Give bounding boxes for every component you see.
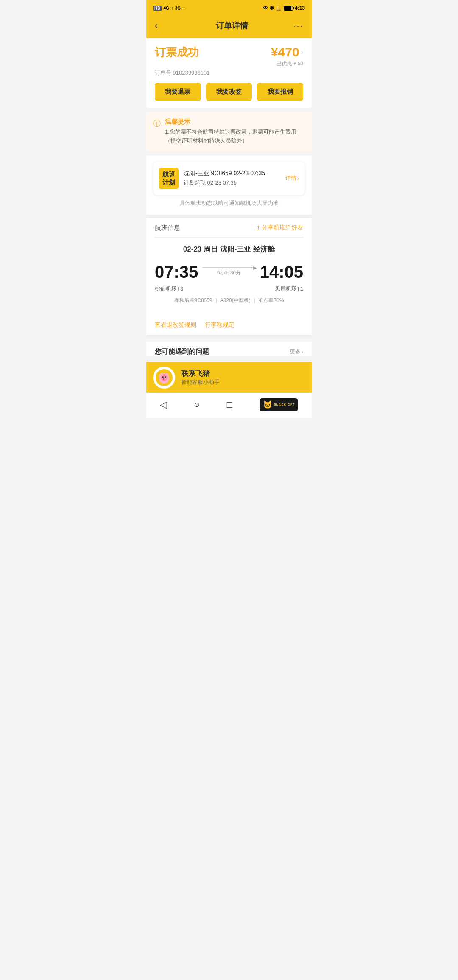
back-button[interactable]: ‹ xyxy=(155,20,170,31)
nav-recent-button[interactable]: □ xyxy=(227,399,232,410)
svg-point-8 xyxy=(163,378,164,379)
status-right: 👁 ✱ 🔔 4:13 xyxy=(263,5,305,11)
contact-subtitle: 智能客服小助手 xyxy=(181,378,305,386)
order-success-card: 订票成功 ¥470 › 已优惠 ¥ 50 订单号 910233936101 我要… xyxy=(146,38,312,108)
more-button[interactable]: ··· xyxy=(293,21,303,31)
duration-line: ▶ xyxy=(202,267,255,268)
battery-icon xyxy=(284,6,293,11)
divider-1 xyxy=(146,215,312,218)
eye-icon: 👁 xyxy=(263,5,268,11)
share-button[interactable]: ⤴ 分享航班给好友 xyxy=(257,224,303,232)
chevron-right-icon: › xyxy=(297,175,299,182)
on-time-rate: 准点率70% xyxy=(258,297,284,303)
chevron-right-icon-2: › xyxy=(302,349,303,355)
flight-info-section: 航班信息 ⤴ 分享航班给好友 02-23 周日 沈阳-三亚 经济舱 07:35 … xyxy=(146,218,312,317)
flight-dynamic-note: 具体航班动态以航司通知或机场大屏为准 xyxy=(153,195,305,209)
time-display: 4:13 xyxy=(295,5,305,11)
flight-plan-card: 航班 计划 沈阳-三亚 9C8659 02-23 07:35 计划起飞 02-2… xyxy=(153,162,305,195)
price-value: ¥470 xyxy=(271,45,299,59)
flight-plan-info: 沈阳-三亚 9C8659 02-23 07:35 计划起飞 02-23 07:3… xyxy=(184,170,280,187)
divider-2 xyxy=(146,335,312,338)
order-discount: 已优惠 ¥ 50 xyxy=(276,60,303,67)
aircraft-type: A320(中型机) xyxy=(220,297,251,303)
arrow-icon: ▶ xyxy=(253,265,257,271)
header: ‹ 订单详情 ··· xyxy=(146,15,312,38)
status-bar: HD 4G↑↑ 3G↑↑ 👁 ✱ 🔔 4:13 xyxy=(146,0,312,15)
signal-3g: 3G↑↑ xyxy=(175,6,185,11)
airline-name: 春秋航空9C8659 xyxy=(174,297,212,303)
change-button[interactable]: 我要改签 xyxy=(206,83,252,101)
hd-label: HD xyxy=(153,6,162,11)
pig-mascot-icon xyxy=(155,368,173,387)
flight-plan-route: 沈阳-三亚 9C8659 02-23 07:35 xyxy=(184,170,280,177)
flight-detail-link[interactable]: 详情 › xyxy=(285,174,299,182)
flight-plan-badge: 航班 计划 xyxy=(159,168,179,189)
black-cat-logo: 🐱 BLACK CAT xyxy=(260,398,298,411)
info-icon: ⓘ xyxy=(153,118,161,129)
bluetooth-icon: ✱ xyxy=(270,5,274,11)
nav-back-button[interactable]: ◁ xyxy=(160,399,167,410)
duration-text: 6小时30分 xyxy=(217,269,241,277)
arrive-time: 14:05 xyxy=(260,263,303,282)
price-arrow[interactable]: › xyxy=(301,48,303,56)
nav-bar: ◁ ○ □ 🐱 BLACK CAT xyxy=(146,393,312,418)
flight-duration-block: ▶ 6小时30分 xyxy=(198,267,260,277)
flight-times-row: 07:35 ▶ 6小时30分 14:05 xyxy=(155,263,303,282)
airline-info: 春秋航空9C8659 ｜ A320(中型机) ｜ 准点率70% xyxy=(155,297,303,304)
contact-text: 联系飞猪 智能客服小助手 xyxy=(181,369,305,386)
flight-plan-time: 计划起飞 02-23 07:35 xyxy=(184,179,280,187)
contact-avatar xyxy=(153,367,175,389)
faq-section: 您可能遇到的问题 更多 › xyxy=(146,342,312,356)
notice-section: ⓘ 温馨提示 1.您的票不符合航司特殊退票政策，退票可能产生费用（提交证明材料的… xyxy=(146,112,312,151)
separator-1: ｜ xyxy=(214,297,220,303)
action-buttons: 我要退票 我要改签 我要报销 xyxy=(155,83,303,101)
notice-text: 1.您的票不符合航司特殊退票政策，退票可能产生费用（提交证明材料的特殊人员除外） xyxy=(165,128,305,146)
order-number: 订单号 910233936101 xyxy=(155,69,303,77)
page-title: 订单详情 xyxy=(216,20,248,31)
arrive-airport: 凤凰机场T1 xyxy=(275,285,303,293)
faq-title: 您可能遇到的问题 xyxy=(155,347,209,356)
links-row: 查看退改签规则 行李额规定 xyxy=(146,317,312,335)
faq-more-button[interactable]: 更多 › xyxy=(290,348,303,356)
bottom-contact-bar: 联系飞猪 智能客服小助手 xyxy=(146,362,312,393)
notice-title: 温馨提示 xyxy=(165,118,305,126)
refund-rules-link[interactable]: 查看退改签规则 xyxy=(155,321,196,329)
order-price-block: ¥470 › 已优惠 ¥ 50 xyxy=(271,45,303,67)
nav-home-button[interactable]: ○ xyxy=(194,399,200,410)
svg-point-6 xyxy=(165,376,166,378)
black-cat-icon: 🐱 xyxy=(263,400,272,409)
flight-date-route: 02-23 周日 沈阳-三亚 经济舱 xyxy=(155,244,303,254)
contact-name: 联系飞猪 xyxy=(181,369,305,378)
order-success-title: 订票成功 xyxy=(155,45,199,60)
depart-time: 07:35 xyxy=(155,263,198,282)
airports-row: 桃仙机场T3 凤凰机场T1 xyxy=(155,285,303,293)
svg-point-9 xyxy=(165,378,165,379)
signal-4g: 4G↑↑ xyxy=(163,6,173,11)
flight-info-header: 航班信息 ⤴ 分享航班给好友 xyxy=(155,224,303,238)
depart-airport: 桃仙机场T3 xyxy=(155,285,183,293)
mute-icon: 🔔 xyxy=(276,5,282,11)
flight-info-label: 航班信息 xyxy=(155,224,180,232)
luggage-rules-link[interactable]: 行李额规定 xyxy=(205,321,235,329)
invoice-button[interactable]: 我要报销 xyxy=(257,83,303,101)
black-cat-text: BLACK CAT xyxy=(274,403,295,406)
flight-plan-section: 航班 计划 沈阳-三亚 9C8659 02-23 07:35 计划起飞 02-2… xyxy=(146,156,312,215)
refund-button[interactable]: 我要退票 xyxy=(155,83,201,101)
share-icon: ⤴ xyxy=(257,224,260,232)
svg-point-5 xyxy=(162,376,164,378)
notice-content: 温馨提示 1.您的票不符合航司特殊退票政策，退票可能产生费用（提交证明材料的特殊… xyxy=(165,118,305,146)
separator-2: ｜ xyxy=(252,297,258,303)
status-left: HD 4G↑↑ 3G↑↑ xyxy=(153,6,185,11)
faq-header: 您可能遇到的问题 更多 › xyxy=(155,347,303,356)
flight-detail-block: 02-23 周日 沈阳-三亚 经济舱 07:35 ▶ 6小时30分 14:05 … xyxy=(155,238,303,311)
